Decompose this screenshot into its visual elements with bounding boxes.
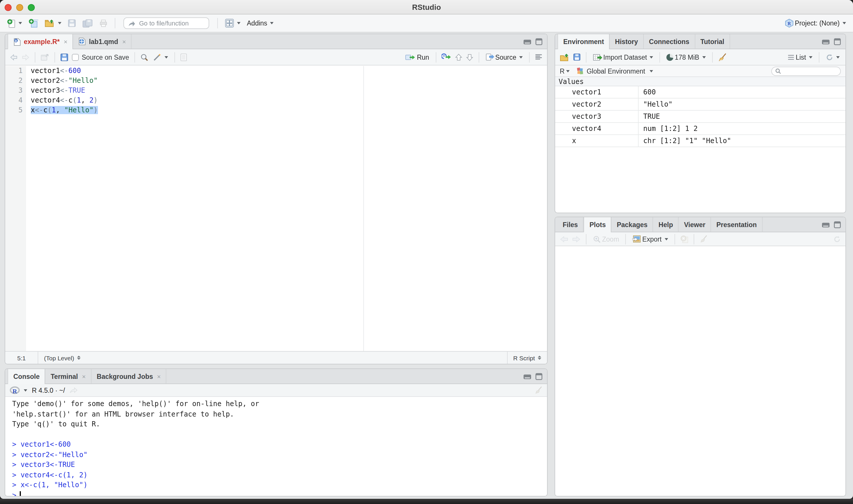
console-pane: Console Terminal × Background Jobs × R — [5, 368, 548, 497]
remove-plot-icon — [680, 235, 688, 243]
tab-terminal[interactable]: Terminal × — [46, 369, 92, 383]
environment-selector[interactable]: Global Environment — [576, 67, 653, 75]
variable-name: vector4 — [555, 123, 639, 134]
minimize-pane-icon[interactable] — [822, 39, 830, 44]
tab-connections[interactable]: Connections — [644, 34, 695, 49]
variable-value: TRUE — [639, 111, 660, 122]
next-plot-icon — [572, 235, 581, 242]
list-view-caret-icon — [809, 56, 813, 58]
addins-button[interactable]: Addins — [246, 19, 275, 28]
toolbar-separator — [436, 52, 436, 62]
back-icon[interactable] — [10, 54, 18, 60]
maximize-pane-icon[interactable] — [834, 221, 841, 228]
tab-presentation[interactable]: Presentation — [711, 217, 762, 232]
console-line: > x<-c(1, "Hello") — [12, 480, 547, 490]
variable-row[interactable]: vector4 num [1:2] 1 2 — [555, 123, 846, 135]
file-type-selector[interactable]: R Script — [507, 354, 547, 361]
code-lines[interactable]: vector1<-600 vector2<-"Hello" vector3<-T… — [26, 66, 547, 115]
language-selector[interactable]: R — [560, 68, 570, 74]
console-body[interactable]: Type 'demo()' for some demos, 'help()' f… — [5, 397, 547, 496]
find-replace-icon[interactable] — [140, 53, 148, 61]
clear-environment-broom-icon[interactable] — [718, 52, 726, 62]
variable-row[interactable]: vector3 TRUE — [555, 111, 846, 123]
new-project-button[interactable] — [27, 17, 39, 29]
quarto-document-icon — [78, 37, 86, 46]
cursor-position: 5:1 — [5, 354, 38, 361]
tab-console[interactable]: Console — [7, 369, 46, 384]
workspace-panes-button[interactable] — [224, 17, 242, 29]
rerun-icon[interactable] — [441, 53, 451, 61]
document-outline-icon[interactable] — [535, 54, 543, 60]
save-workspace-icon[interactable] — [573, 53, 581, 61]
open-file-button[interactable] — [43, 18, 63, 29]
print-button — [98, 18, 109, 29]
project-menu-button[interactable]: R Project: (None) — [783, 17, 847, 29]
pane-window-buttons — [523, 34, 543, 49]
close-tab-icon[interactable]: × — [82, 373, 86, 380]
minimize-pane-icon[interactable] — [523, 374, 531, 379]
source-up-icon[interactable] — [455, 53, 462, 61]
tab-lab1-qmd[interactable]: lab1.qmd × — [73, 34, 132, 49]
source-on-save-control[interactable]: Source on Save — [72, 54, 129, 60]
refresh-caret-icon — [836, 56, 840, 58]
maximize-pane-icon[interactable] — [535, 373, 543, 380]
tab-viewer[interactable]: Viewer — [679, 217, 711, 232]
console-header: R R 4.5.0 · ~/ — [5, 384, 547, 397]
project-cube-icon: R — [784, 18, 794, 28]
close-tab-icon[interactable]: × — [64, 38, 68, 45]
console-line: > vector2<-"Hello" — [12, 450, 547, 460]
tab-background-jobs[interactable]: Background Jobs × — [92, 369, 166, 383]
variable-row[interactable]: vector1 600 — [555, 86, 846, 98]
new-file-button[interactable] — [6, 17, 23, 29]
memory-usage-button[interactable]: 178 MiB — [665, 52, 707, 62]
environment-search-box[interactable] — [771, 66, 841, 76]
title-bar: RStudio — [0, 0, 853, 15]
minimize-pane-icon[interactable] — [523, 39, 531, 44]
goto-file-box[interactable] — [123, 17, 209, 29]
code-line-selected: x<-c(1, "Hello") — [26, 105, 547, 115]
clear-console-broom-icon[interactable] — [534, 386, 543, 395]
source-on-save-checkbox[interactable] — [72, 54, 79, 60]
clear-plots-broom-icon — [699, 235, 707, 243]
memory-usage-label: 178 MiB — [675, 54, 699, 60]
scope-selector[interactable]: (Top Level) — [38, 354, 81, 361]
tab-help[interactable]: Help — [653, 217, 679, 232]
environment-search-input[interactable] — [783, 68, 836, 74]
tab-history[interactable]: History — [610, 34, 644, 49]
source-down-icon[interactable] — [466, 53, 473, 61]
variable-value: chr [1:2] "1" "Hello" — [639, 135, 731, 147]
load-workspace-icon[interactable] — [560, 53, 570, 61]
variable-row[interactable]: vector2 "Hello" — [555, 98, 846, 111]
tab-packages[interactable]: Packages — [612, 217, 653, 232]
goto-file-input[interactable] — [139, 20, 197, 26]
addins-caret-icon — [270, 22, 273, 24]
tab-files[interactable]: Files — [557, 217, 584, 232]
source-button[interactable]: Source — [484, 52, 524, 62]
export-plot-button[interactable]: Export — [632, 234, 669, 244]
code-tools-button[interactable] — [152, 52, 169, 62]
save-source-icon[interactable] — [60, 53, 68, 61]
console-prompt-line[interactable]: > — [12, 490, 547, 496]
toolbar-separator — [217, 18, 218, 29]
maximize-pane-icon[interactable] — [535, 38, 543, 45]
tab-label: Console — [13, 373, 40, 380]
tab-tutorial[interactable]: Tutorial — [695, 34, 730, 49]
close-tab-icon[interactable]: × — [157, 373, 161, 380]
refresh-environment-button[interactable] — [824, 52, 841, 62]
plots-pane: Files Plots Packages Help Viewer Present… — [554, 217, 846, 497]
import-dataset-button[interactable]: Import Dataset — [592, 52, 655, 62]
code-editor[interactable]: 1 2 3 4 5 vector1<-600 vector2<-"Hello" … — [5, 66, 547, 351]
open-in-new-window-icon[interactable] — [40, 53, 49, 61]
tab-plots[interactable]: Plots — [584, 217, 611, 232]
tab-example-r[interactable]: R example.R* × — [7, 34, 73, 49]
tab-environment[interactable]: Environment — [557, 34, 610, 49]
maximize-pane-icon[interactable] — [834, 38, 841, 45]
minimize-pane-icon[interactable] — [822, 222, 830, 228]
close-tab-icon[interactable]: × — [122, 38, 126, 45]
variable-row[interactable]: x chr [1:2] "1" "Hello" — [555, 135, 846, 147]
toolbar-separator — [660, 52, 660, 62]
r-version-caret-icon[interactable] — [24, 389, 27, 391]
run-button[interactable]: Run — [404, 52, 430, 62]
plots-content — [555, 247, 846, 496]
list-view-button[interactable]: List — [786, 52, 814, 62]
